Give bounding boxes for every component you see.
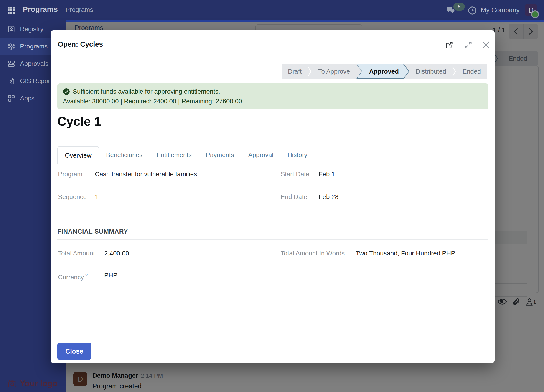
- field-label: Currency?: [58, 271, 104, 282]
- cycle-title: Cycle 1: [57, 114, 101, 129]
- network-icon: [7, 42, 16, 51]
- apps-grid-icon[interactable]: [7, 6, 16, 15]
- status-step-distributed[interactable]: Distributed: [409, 64, 453, 79]
- status-step-ended[interactable]: Ended: [456, 64, 487, 79]
- section-divider: [57, 239, 488, 240]
- field-value: 2,400.00: [104, 249, 129, 258]
- tab-history[interactable]: History: [280, 146, 314, 164]
- field-value: PHP: [104, 271, 118, 282]
- status-step-to-approve[interactable]: To Approve: [312, 64, 356, 79]
- field-sequence: Sequence 1: [58, 192, 99, 202]
- top-navbar: Programs Programs 5 My Company D: [0, 0, 544, 20]
- field-label: Sequence: [58, 192, 95, 202]
- field-total-in-words: Total Amount In Words Two Thousand, Four…: [281, 249, 455, 258]
- tab-entitlements[interactable]: Entitlements: [149, 146, 199, 164]
- open-cycles-dialog: Open: Cycles Draft To Approve Approved D…: [51, 30, 495, 363]
- header-divider: [51, 59, 495, 59]
- financial-summary-heading: FINANCIAL SUMMARY: [57, 228, 128, 235]
- id-card-icon: [7, 25, 16, 33]
- field-currency: Currency? PHP: [58, 271, 118, 282]
- field-label: Start Date: [281, 170, 319, 179]
- shapes-icon: [7, 60, 16, 68]
- app-title[interactable]: Programs: [23, 5, 58, 14]
- sidebar-item-label: GIS Reports: [20, 77, 55, 85]
- field-value: 1: [95, 192, 99, 202]
- company-logo: Your logo: [8, 379, 58, 388]
- dialog-title: Open: Cycles: [58, 40, 103, 48]
- funds-alert: Sufficient funds available for approving…: [57, 83, 488, 109]
- field-value: Two Thousand, Four Hundred PHP: [356, 249, 455, 258]
- map-report-icon: [7, 77, 16, 85]
- field-total-amount: Total Amount 2,400.00: [58, 249, 129, 258]
- tab-overview[interactable]: Overview: [57, 146, 99, 164]
- sidebar-item-label: Approvals: [20, 60, 48, 67]
- status-step-approved[interactable]: Approved: [356, 64, 409, 79]
- logo-text: Your logo: [20, 379, 58, 388]
- field-end-date: End Date Feb 28: [281, 192, 338, 202]
- messages-count-badge: 5: [453, 2, 465, 11]
- activities-clock-icon[interactable]: [467, 6, 477, 15]
- app-root: Programs Programs 5 My Company D Registr…: [0, 0, 544, 392]
- tab-approval[interactable]: Approval: [241, 146, 281, 164]
- field-label: Total Amount In Words: [281, 249, 356, 258]
- field-program: Program Cash transfer for vulnerable fam…: [58, 170, 197, 179]
- field-label: Total Amount: [58, 249, 104, 258]
- chevron-separator: [453, 67, 456, 76]
- navbar-accent-strip: [66, 20, 544, 22]
- sidebar-item-label: Apps: [20, 95, 35, 102]
- close-dialog-icon[interactable]: [481, 40, 491, 49]
- menu-programs[interactable]: Programs: [65, 6, 93, 13]
- field-value: Feb 28: [319, 192, 338, 202]
- cycle-statusbar: Draft To Approve Approved Distributed En…: [282, 64, 487, 79]
- help-question-mark[interactable]: ?: [85, 273, 88, 278]
- sidebar-item-label: Programs: [20, 43, 47, 50]
- expand-dialog-icon[interactable]: [464, 41, 473, 49]
- online-status-dot: [531, 11, 539, 18]
- field-value: Feb 1: [319, 170, 335, 179]
- apps-plus-icon: [7, 94, 16, 102]
- cycle-tabs: Overview Beneficiaries Entitlements Paym…: [57, 146, 488, 164]
- sidebar-item-label: Registry: [20, 25, 43, 33]
- status-step-draft[interactable]: Draft: [282, 64, 308, 79]
- open-in-new-window-icon[interactable]: [445, 41, 454, 49]
- company-switcher[interactable]: My Company: [481, 6, 520, 14]
- tab-payments[interactable]: Payments: [199, 146, 241, 164]
- field-value: Cash transfer for vulnerable families: [95, 170, 197, 179]
- dialog-footer: Close: [51, 333, 495, 363]
- field-label: Program: [58, 170, 95, 179]
- field-start-date: Start Date Feb 1: [281, 170, 335, 179]
- close-button[interactable]: Close: [57, 343, 91, 360]
- camera-icon: [8, 380, 17, 388]
- tab-beneficiaries[interactable]: Beneficiaries: [99, 146, 149, 164]
- chevron-separator: [308, 67, 312, 76]
- alert-amounts: Available: 30000.00 | Required: 2400.00 …: [63, 98, 483, 105]
- alert-message: Sufficient funds available for approving…: [73, 88, 220, 95]
- check-circle-icon: [63, 88, 70, 95]
- field-label: End Date: [281, 192, 319, 202]
- user-avatar[interactable]: D: [525, 4, 537, 16]
